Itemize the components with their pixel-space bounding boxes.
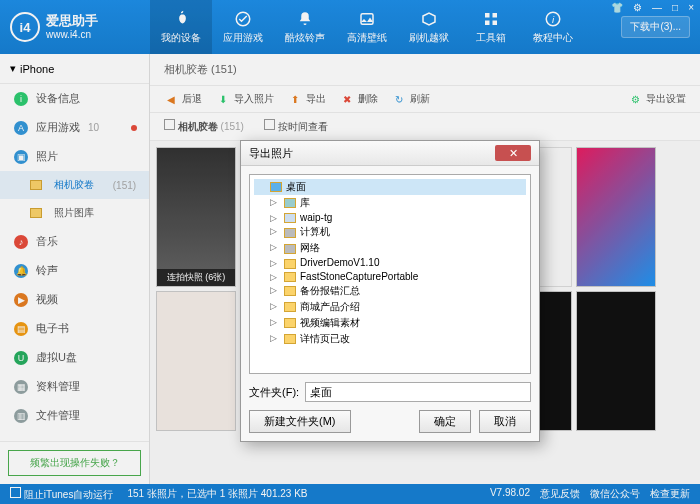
- tree-item[interactable]: ▷DriverDemoV1.10: [254, 256, 526, 269]
- expand-icon[interactable]: ▷: [270, 197, 277, 207]
- export-dialog: 导出照片 ✕ 桌面 ▷库 ▷waip-tg ▷计算机 ▷网络 ▷DriverDe…: [240, 140, 540, 442]
- folder-icon: [284, 259, 296, 269]
- expand-icon[interactable]: ▷: [270, 213, 277, 223]
- dialog-title-text: 导出照片: [249, 146, 293, 161]
- expand-icon[interactable]: ▷: [270, 226, 277, 236]
- tree-item-desktop[interactable]: 桌面: [254, 179, 526, 195]
- expand-icon[interactable]: ▷: [270, 317, 277, 327]
- cancel-button[interactable]: 取消: [479, 410, 531, 433]
- desktop-icon: [270, 182, 282, 192]
- dialog-titlebar: 导出照片 ✕: [241, 141, 539, 166]
- folder-icon: [284, 286, 296, 296]
- folder-icon: [284, 302, 296, 312]
- expand-icon[interactable]: ▷: [270, 272, 277, 282]
- library-icon: [284, 198, 296, 208]
- expand-icon[interactable]: ▷: [270, 242, 277, 252]
- expand-icon[interactable]: ▷: [270, 258, 277, 268]
- ok-button[interactable]: 确定: [419, 410, 471, 433]
- folder-tree[interactable]: 桌面 ▷库 ▷waip-tg ▷计算机 ▷网络 ▷DriverDemoV1.10…: [249, 174, 531, 374]
- new-folder-button[interactable]: 新建文件夹(M): [249, 410, 351, 433]
- user-icon: [284, 213, 296, 223]
- tree-item[interactable]: ▷备份报错汇总: [254, 283, 526, 299]
- network-icon: [284, 244, 296, 254]
- tree-item[interactable]: ▷waip-tg: [254, 211, 526, 224]
- folder-input[interactable]: [305, 382, 531, 402]
- folder-icon: [284, 272, 296, 282]
- tree-item[interactable]: ▷商城产品介绍: [254, 299, 526, 315]
- tree-item[interactable]: ▷网络: [254, 240, 526, 256]
- tree-item[interactable]: ▷视频编辑素材: [254, 315, 526, 331]
- tree-item[interactable]: ▷库: [254, 195, 526, 211]
- expand-icon[interactable]: ▷: [270, 333, 277, 343]
- computer-icon: [284, 228, 296, 238]
- dialog-close-button[interactable]: ✕: [495, 145, 531, 161]
- folder-label: 文件夹(F):: [249, 385, 299, 400]
- expand-icon[interactable]: ▷: [270, 301, 277, 311]
- tree-item[interactable]: ▷详情页已改: [254, 331, 526, 347]
- folder-icon: [284, 334, 296, 344]
- expand-icon[interactable]: ▷: [270, 285, 277, 295]
- dialog-overlay: 导出照片 ✕ 桌面 ▷库 ▷waip-tg ▷计算机 ▷网络 ▷DriverDe…: [0, 0, 700, 504]
- tree-item[interactable]: ▷FastStoneCapturePortable: [254, 270, 526, 283]
- folder-icon: [284, 318, 296, 328]
- tree-item[interactable]: ▷计算机: [254, 224, 526, 240]
